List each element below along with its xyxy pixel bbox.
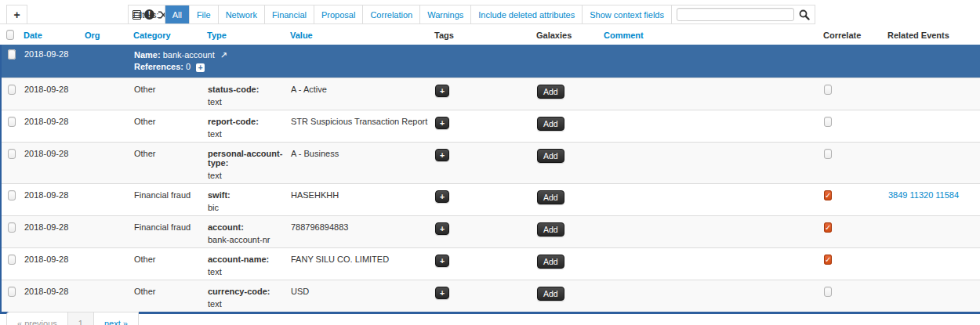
attribute-date: 2018-09-28 [21,183,82,215]
select-all-checkbox[interactable]: ✓ [6,30,14,40]
add-galaxy-button[interactable]: Add [537,117,564,131]
add-galaxy-button[interactable]: Add [537,287,564,301]
attribute-comment [601,78,821,110]
attribute-subtype: text [208,267,285,276]
correlate-checkbox[interactable]: ✓ [824,85,832,95]
attribute-date: 2018-09-28 [21,78,82,110]
filter-tab-file[interactable]: File [190,5,219,23]
correlate-checkbox[interactable]: ✓ [824,287,832,297]
attribute-type: status-code: [208,85,285,94]
column-header-galaxies: Galaxies [533,26,601,44]
filter-tab-include-deleted[interactable]: Include deleted attributes [471,5,583,23]
add-tag-button[interactable]: + [435,85,449,97]
row-checkbox[interactable]: ✓ [8,287,16,297]
attribute-value: 788796894883 [288,215,432,247]
attribute-row[interactable]: ✓ 2018-09-28 Other report-code: text STR… [1,110,980,142]
filter-tab-proposal[interactable]: Proposal [314,5,363,23]
attribute-subtype: text [208,97,285,107]
row-checkbox[interactable]: ✓ [8,255,16,265]
add-galaxy-button[interactable]: Add [537,222,564,237]
column-header-date[interactable]: Date [20,26,82,44]
column-header-tags: Tags [431,26,533,44]
row-checkbox[interactable]: ✓ [8,117,16,127]
correlate-checkbox[interactable]: ✓ [824,255,832,265]
add-attribute-button[interactable]: + [6,5,27,24]
attribute-row[interactable]: ✓ 2018-09-28 Other personal-account-type… [1,142,980,183]
column-header-comment[interactable]: Comment [601,26,820,44]
attribute-comment [601,110,821,142]
attribute-category: Financial fraud [131,183,205,215]
add-tag-button[interactable]: + [435,222,449,235]
row-checkbox[interactable]: ✓ [8,49,16,60]
correlate-checkbox[interactable]: ✓ [824,117,832,127]
object-date: 2018-09-28 [21,45,82,78]
filter-tabs: All File Network Financial Proposal Corr… [165,5,815,24]
add-tag-button[interactable]: + [435,149,449,161]
attribute-value: A - Business [288,142,432,183]
add-galaxy-button[interactable]: Add [537,149,564,163]
add-tag-button[interactable]: + [435,117,449,129]
attribute-type: swift: [208,190,285,200]
attribute-category: Other [131,78,205,110]
filter-tab-correlation[interactable]: Correlation [363,5,420,23]
correlate-checkbox[interactable]: ✓ [824,222,832,233]
row-checkbox[interactable]: ✓ [8,85,16,95]
related-event-link[interactable]: 3849 [888,190,907,200]
attribute-date: 2018-09-28 [21,247,82,280]
attribute-comment [601,280,821,312]
attribute-date: 2018-09-28 [21,110,82,142]
add-galaxy-button[interactable]: Add [537,255,564,269]
search-icon[interactable] [799,9,810,20]
object-references-count: 0 [186,62,191,71]
attribute-subtype: text [208,171,285,180]
filter-tab-show-context[interactable]: Show context fields [583,5,672,23]
add-tag-button[interactable]: + [435,287,449,299]
add-reference-icon[interactable]: + [196,63,205,72]
filter-tab-financial[interactable]: Financial [265,5,314,23]
pagination-current-page: 1 [67,312,94,325]
attribute-category: Other [131,142,205,183]
row-checkbox[interactable]: ✓ [8,222,16,233]
object-row-bank-account[interactable]: ✓ 2018-09-28 Name: bank-account ↗ Refere… [1,45,980,78]
attribute-row[interactable]: ✓ 2018-09-28 Financial fraud swift: bic … [1,183,980,215]
pagination-next[interactable]: next » [93,312,139,325]
attribute-date: 2018-09-28 [21,215,82,247]
correlate-checkbox[interactable]: ✓ [824,149,832,159]
expand-object-icon[interactable]: ↗ [220,50,227,60]
column-header-category[interactable]: Category [130,26,204,44]
plus-icon: + [13,9,20,21]
attribute-type: account: [208,222,285,232]
related-event-link[interactable]: 11320 [909,190,933,200]
related-event-link[interactable]: 11584 [935,190,959,200]
attribute-type: currency-code: [208,287,285,296]
object-name-label: Name: [134,50,161,60]
attribute-row[interactable]: ✓ 2018-09-28 Other account-name: text FA… [1,247,980,280]
row-checkbox[interactable]: ✓ [8,190,16,200]
attribute-category: Other [131,110,205,142]
column-header-org[interactable]: Org [82,26,130,44]
attribute-row[interactable]: ✓ 2018-09-28 Financial fraud account: ba… [1,215,980,247]
column-header-type[interactable]: Type [204,26,287,44]
row-checkbox[interactable]: ✓ [8,149,16,159]
object-name: bank-account [163,50,215,60]
attribute-type: report-code: [208,117,285,126]
filter-tab-all[interactable]: All [165,5,190,23]
correlate-checkbox[interactable]: ✓ [824,190,832,200]
add-tag-button[interactable]: + [435,255,449,267]
search-input[interactable] [677,8,794,21]
add-tag-button[interactable]: + [435,190,449,203]
pagination-previous[interactable]: « previous [6,312,68,325]
attribute-row[interactable]: ✓ 2018-09-28 Other status-code: text A -… [1,78,980,110]
attribute-org [82,142,131,183]
filter-tab-warnings[interactable]: Warnings [420,5,471,23]
attribute-date: 2018-09-28 [21,142,82,183]
attribute-type: account-name: [208,255,285,264]
column-header-value[interactable]: Value [287,26,431,44]
attribute-type: personal-account-type: [208,149,285,168]
add-galaxy-button[interactable]: Add [537,85,564,99]
filter-tab-network[interactable]: Network [219,5,265,23]
attribute-row[interactable]: ✓ 2018-09-28 Other currency-code: text U… [1,280,980,312]
pagination: « previous 1 next » [6,312,139,325]
add-galaxy-button[interactable]: Add [537,190,564,204]
attribute-value: HASEHKHH [288,183,432,215]
